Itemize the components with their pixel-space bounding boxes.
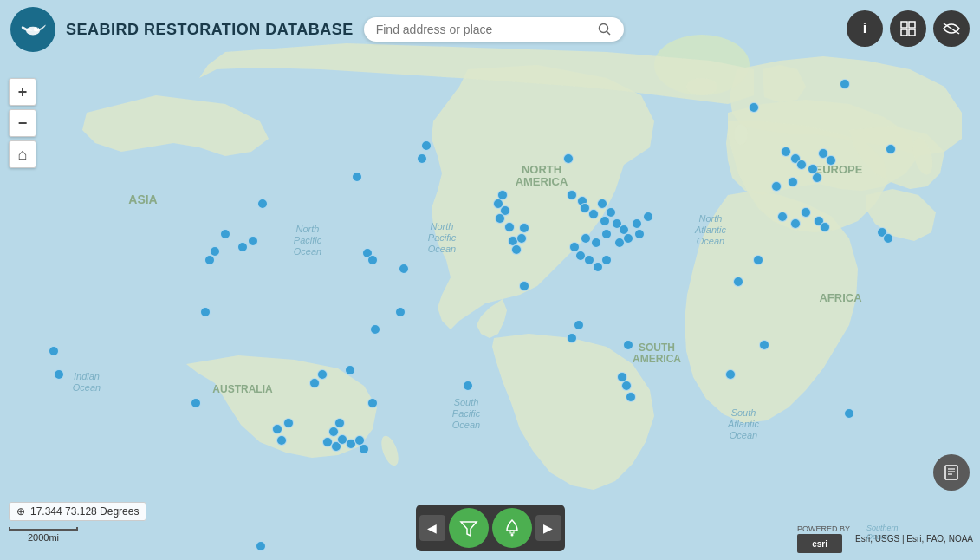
zoom-in-icon: +	[18, 83, 28, 101]
svg-text:Ocean: Ocean	[730, 430, 757, 440]
svg-point-36	[599, 24, 607, 33]
svg-text:Indian: Indian	[74, 371, 100, 381]
esri-logo: esri	[797, 534, 842, 553]
app-header: SEABIRD RESTORATION DATABASE	[0, 0, 980, 59]
svg-text:Atlantic: Atlantic	[727, 419, 760, 429]
notes-icon	[943, 464, 960, 481]
svg-point-35	[37, 28, 39, 29]
svg-rect-40	[901, 29, 907, 36]
svg-rect-48	[510, 531, 514, 533]
svg-point-5	[734, 124, 748, 145]
zoom-in-button[interactable]: +	[9, 78, 36, 106]
svg-text:AFRICA: AFRICA	[819, 291, 862, 304]
search-input[interactable]	[376, 23, 591, 36]
info-icon: i	[863, 21, 866, 36]
svg-text:North: North	[699, 213, 723, 224]
scale-bar: 2000mi	[9, 527, 78, 543]
filter-icon	[459, 518, 478, 537]
svg-rect-41	[909, 29, 915, 36]
svg-text:ASIA: ASIA	[128, 192, 157, 206]
svg-rect-38	[901, 22, 907, 28]
svg-text:Ocean: Ocean	[452, 420, 480, 430]
svg-text:North: North	[431, 221, 454, 231]
grid-icon	[900, 21, 916, 36]
zoom-out-button[interactable]: −	[9, 109, 36, 137]
svg-text:EUROPE: EUROPE	[815, 163, 863, 176]
svg-text:Ocean: Ocean	[697, 236, 724, 246]
next-button[interactable]: ▶	[535, 515, 561, 541]
svg-line-42	[944, 23, 959, 34]
zoom-out-icon: −	[18, 114, 28, 133]
home-icon: ⌂	[18, 146, 28, 164]
zoom-controls: + − ⌂	[9, 78, 36, 168]
home-button[interactable]: ⌂	[9, 140, 36, 168]
svg-text:Atlantic: Atlantic	[694, 225, 727, 235]
svg-text:Ocean: Ocean	[73, 382, 101, 393]
app-title: SEABIRD RESTORATION DATABASE	[66, 21, 354, 39]
alert-button[interactable]	[492, 508, 532, 548]
svg-text:North: North	[296, 224, 320, 234]
attribution-text: Esri, USGS | Esri, FAO, NOAA	[855, 534, 973, 544]
alert-icon	[503, 518, 522, 537]
top-right-buttons: i	[847, 10, 970, 47]
svg-text:AMERICA: AMERICA	[633, 353, 681, 365]
search-button[interactable]	[598, 23, 612, 36]
svg-text:Ocean: Ocean	[294, 246, 321, 257]
svg-point-49	[510, 534, 513, 537]
svg-text:South: South	[454, 397, 479, 407]
svg-marker-47	[461, 522, 477, 536]
svg-text:Pacific: Pacific	[452, 408, 481, 419]
coordinates-text: 17.344 73.128 Degrees	[30, 505, 139, 518]
bottom-controls: ◀ ▶	[416, 505, 565, 551]
esri-attribution: POWERED BY esri Esri, USGS | Esri, FAO, …	[797, 524, 973, 553]
svg-text:South: South	[731, 407, 756, 418]
next-icon: ▶	[543, 521, 553, 535]
svg-line-37	[607, 32, 610, 36]
notes-button[interactable]	[933, 454, 970, 491]
search-bar[interactable]	[364, 17, 624, 42]
coords-icon: ⊕	[16, 505, 25, 518]
svg-point-34	[34, 28, 39, 32]
coordinates-bar: ⊕ 17.344 73.128 Degrees	[9, 502, 146, 521]
prev-button[interactable]: ◀	[419, 515, 445, 541]
svg-text:NORTH: NORTH	[522, 163, 561, 176]
svg-text:AMERICA: AMERICA	[516, 175, 568, 188]
eye-icon	[943, 23, 960, 35]
grid-button[interactable]	[890, 10, 926, 47]
svg-point-4	[686, 78, 717, 95]
app-logo	[10, 7, 55, 52]
map-container[interactable]: North Pacific Ocean North Pacific Ocean …	[0, 0, 980, 560]
svg-text:Ocean: Ocean	[428, 244, 456, 254]
info-button[interactable]: i	[847, 10, 883, 47]
svg-text:AUSTRALIA: AUSTRALIA	[212, 383, 273, 395]
hide-button[interactable]	[933, 10, 970, 47]
scale-label: 2000mi	[9, 532, 78, 543]
powered-by-text: POWERED BY	[797, 524, 850, 534]
svg-rect-43	[945, 466, 957, 479]
svg-text:SOUTH: SOUTH	[639, 342, 675, 354]
svg-text:Pacific: Pacific	[294, 235, 322, 245]
svg-rect-39	[909, 22, 915, 28]
svg-text:Pacific: Pacific	[428, 232, 457, 243]
filter-button[interactable]	[449, 508, 489, 548]
prev-icon: ◀	[427, 521, 437, 535]
